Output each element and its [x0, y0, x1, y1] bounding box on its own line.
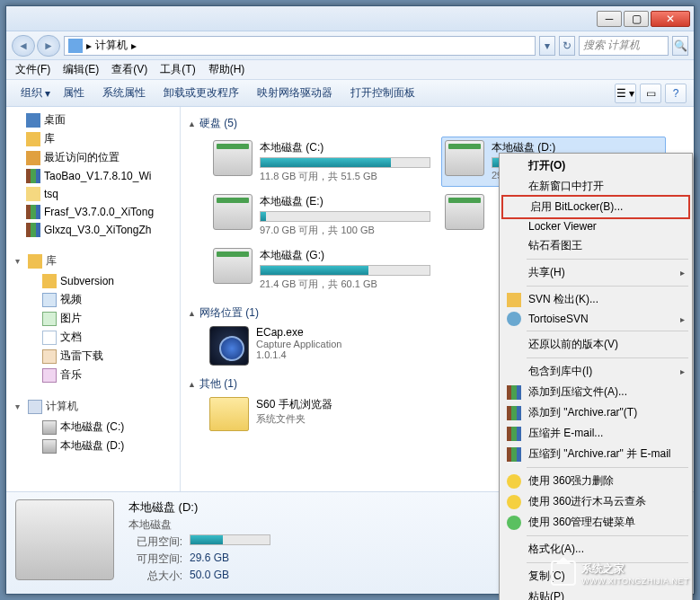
nav-pictures[interactable]: 图片: [6, 309, 180, 328]
menu-bar: 文件(F) 编辑(E) 查看(V) 工具(T) 帮助(H): [6, 60, 694, 80]
ctx-addto[interactable]: 添加到 "Archive.rar"(T): [501, 402, 690, 423]
menu-help[interactable]: 帮助(H): [203, 60, 251, 79]
nav-video[interactable]: 视频: [6, 290, 180, 309]
ctx-lockerviewer[interactable]: Locker Viewer: [501, 217, 690, 235]
drive-item[interactable]: 本地磁盘 (G:)21.4 GB 可用，共 60.1 GB: [209, 244, 434, 295]
total-label: 总大小:: [128, 569, 182, 584]
help-button[interactable]: ?: [665, 84, 687, 103]
address-field[interactable]: ▸ 计算机 ▸: [64, 36, 536, 56]
drive-item[interactable]: 本地313: [441, 190, 495, 241]
nav-desktop[interactable]: 桌面: [6, 110, 180, 129]
refresh-button[interactable]: ↻: [559, 36, 575, 56]
ctx-open[interactable]: 打开(O): [501, 155, 690, 176]
view-mode-button[interactable]: ☰ ▾: [615, 84, 636, 103]
nav-downloads[interactable]: 迅雷下载: [6, 347, 180, 366]
recent-icon: [26, 151, 40, 165]
ctx-diamond[interactable]: 钻石看图王: [501, 235, 690, 256]
360-icon: [507, 495, 521, 509]
rar-icon: [507, 447, 521, 462]
drive-icon: [213, 140, 253, 176]
nav-rar4[interactable]: Glxzq_V3.0_XiTongZh: [6, 221, 180, 239]
drive-icon: [42, 439, 57, 454]
ctx-compressmail[interactable]: 压缩并 E-mail...: [501, 423, 690, 444]
breadcrumb-location[interactable]: 计算机: [95, 38, 128, 53]
drive-item[interactable]: 本地磁盘 (E:)97.0 GB 可用，共 100 GB: [209, 190, 434, 241]
rar-icon: [507, 427, 521, 441]
menu-view[interactable]: 查看(V): [106, 60, 153, 79]
nav-rar2[interactable]: tsq: [6, 185, 180, 203]
nav-libraries-head[interactable]: ▾库: [6, 250, 180, 272]
video-icon: [42, 293, 57, 307]
nav-drive-c[interactable]: 本地磁盘 (C:): [6, 418, 180, 437]
drive-item[interactable]: 本地磁盘 (C:)11.8 GB 可用，共 51.5 GB: [209, 137, 434, 187]
search-button[interactable]: 🔍: [672, 36, 688, 56]
ctx-include[interactable]: 包含到库中(I): [501, 361, 690, 382]
drive-big-icon: [15, 499, 114, 580]
ctrlpanel-button[interactable]: 打开控制面板: [343, 83, 422, 103]
ctx-compresstomail[interactable]: 压缩到 "Archive.rar" 并 E-mail: [501, 444, 690, 464]
watermark-name: 系统之家: [581, 562, 625, 575]
drive-usage-bar: [260, 211, 430, 222]
svn-icon: [42, 274, 57, 288]
nav-recent[interactable]: 最近访问的位置: [6, 148, 180, 167]
library-icon: [28, 254, 42, 269]
group-hdd-header[interactable]: ▲硬盘 (5): [188, 114, 687, 133]
forward-button[interactable]: ►: [37, 35, 60, 57]
nav-rar3[interactable]: Frasf_V3.7.0.0_XiTong: [6, 203, 180, 221]
ctx-share[interactable]: 共享(H): [501, 262, 690, 283]
ctx-newwindow[interactable]: 在新窗口中打开: [501, 176, 690, 197]
360-icon: [507, 474, 521, 489]
ctx-restore[interactable]: 还原以前的版本(V): [501, 334, 690, 355]
maximize-button[interactable]: ▢: [624, 11, 649, 27]
free-val: 29.6 GB: [190, 551, 229, 567]
watermark: 系统之家 WWW.XITONGZHIJIA.NET: [551, 560, 689, 586]
ctx-tortoise[interactable]: TortoiseSVN: [501, 310, 690, 328]
organize-button[interactable]: 组织 ▾: [13, 83, 52, 103]
camera-app-icon: [209, 326, 249, 366]
ctx-360-forcedel[interactable]: 使用 360强力删除: [501, 471, 690, 491]
address-dropdown[interactable]: ▾: [539, 36, 555, 56]
nav-libraries-top[interactable]: 库: [6, 129, 180, 148]
rar-icon: [26, 169, 40, 183]
nav-subversion[interactable]: Subversion: [6, 272, 180, 290]
ctx-360-trojan[interactable]: 使用 360进行木马云查杀: [501, 491, 690, 512]
sysprops-button[interactable]: 系统属性: [95, 83, 153, 103]
nav-rar1[interactable]: TaoBao_V1.7.8.10_Wi: [6, 167, 180, 185]
documents-icon: [42, 331, 57, 345]
ctx-360-rightmenu[interactable]: 使用 360管理右键菜单: [501, 512, 690, 533]
360-icon: [507, 516, 521, 530]
menu-file[interactable]: 文件(F): [10, 60, 56, 79]
close-button[interactable]: ✕: [651, 11, 690, 27]
ctx-format[interactable]: 格式化(A)...: [501, 539, 690, 560]
minimize-button[interactable]: ─: [597, 11, 622, 27]
menu-edit[interactable]: 编辑(E): [58, 60, 104, 79]
ctx-addarchive[interactable]: 添加到压缩文件(A)...: [501, 382, 690, 402]
folder-icon: [26, 187, 40, 201]
tortoise-icon: [507, 312, 521, 326]
breadcrumb-sep2: ▸: [131, 40, 137, 52]
ctx-paste[interactable]: 粘贴(P): [501, 587, 690, 600]
free-label: 可用空间:: [128, 551, 182, 567]
nav-drive-d[interactable]: 本地磁盘 (D:): [6, 437, 180, 455]
drive-space-text: 21.4 GB 可用，共 60.1 GB: [260, 278, 430, 291]
preview-pane-button[interactable]: ▭: [640, 84, 661, 103]
music-icon: [42, 368, 57, 383]
drive-icon: [42, 420, 57, 435]
ctx-bitlocker[interactable]: 启用 BitLocker(B)...: [501, 195, 690, 219]
rar-icon: [26, 223, 40, 237]
mapdrive-button[interactable]: 映射网络驱动器: [250, 83, 340, 103]
back-button[interactable]: ◄: [12, 35, 35, 57]
nav-music[interactable]: 音乐: [6, 366, 180, 384]
library-icon: [26, 132, 40, 146]
breadcrumb-sep: ▸: [86, 40, 92, 52]
ctx-svncheckout[interactable]: SVN 检出(K)...: [501, 289, 690, 310]
menu-tools[interactable]: 工具(T): [155, 60, 200, 79]
nav-documents[interactable]: 文档: [6, 328, 180, 347]
nav-computer-head[interactable]: ▾计算机: [6, 395, 180, 418]
uninstall-button[interactable]: 卸载或更改程序: [156, 83, 246, 103]
netitem-sub1: Capture Application: [256, 339, 341, 349]
address-bar: ◄ ► ▸ 计算机 ▸ ▾ ↻ 搜索 计算机 🔍: [6, 31, 694, 60]
search-input[interactable]: 搜索 计算机: [579, 36, 669, 56]
otheritem-name: S60 手机浏览器: [256, 397, 332, 412]
properties-button[interactable]: 属性: [56, 83, 92, 103]
